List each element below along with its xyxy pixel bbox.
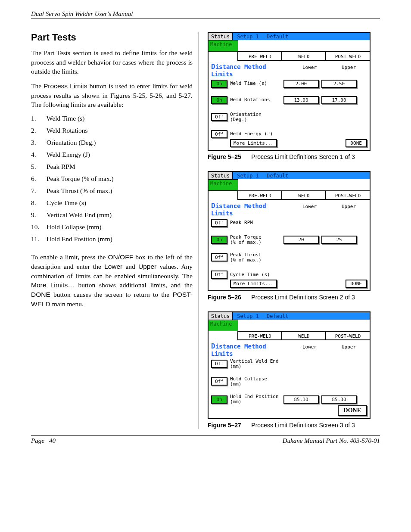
default-label: Default <box>259 34 289 40</box>
limit-label: Weld Rotations <box>230 97 281 103</box>
limits-list-item: Hold End Position (mm) <box>31 235 193 243</box>
limit-label: Hold End Position(mm) <box>230 394 281 404</box>
limits-list-item: Vertical Weld End (mm) <box>31 211 193 219</box>
toggle-button[interactable]: Off <box>211 271 227 279</box>
limits-list-item: Weld Rotations <box>31 127 193 134</box>
more-limits-button[interactable]: More Limits... <box>230 139 277 147</box>
toggle-button[interactable]: Off <box>211 377 227 386</box>
limit-row: OnWeld Time (s)2.002.50 <box>211 79 367 88</box>
figure-caption-2: Figure 5–26 Process Limit Definitions Sc… <box>208 294 380 301</box>
hmi-screen: StatusSetup 1DefaultMachinePRE-WELDWELDP… <box>208 171 371 291</box>
section-title: Part Tests <box>31 32 193 43</box>
toggle-button[interactable]: On <box>211 395 227 404</box>
tab-weld[interactable]: WELD <box>281 51 326 61</box>
tab-pre-weld[interactable]: PRE-WELD <box>237 190 282 200</box>
process-limits-term: Process Limits <box>44 82 87 90</box>
limit-label: Hold Collapse(mm) <box>230 376 281 386</box>
limits-list-item: Orientation (Deg.) <box>31 139 193 146</box>
footer-manual-no: Dukane Manual Part No. 403-570-01 <box>283 437 380 445</box>
toggle-button[interactable]: On <box>211 80 227 88</box>
upper-header: Upper <box>330 65 367 70</box>
para-1: The Part Tests section is used to define… <box>31 48 193 76</box>
inline-text: To enable a limit, press the <box>31 253 108 261</box>
toggle-button[interactable]: Off <box>211 253 227 261</box>
lower-value[interactable]: 13.00 <box>283 96 319 104</box>
hmi-machinebar: Machine <box>209 320 370 331</box>
hmi-topbar: StatusSetup 1Default <box>209 312 370 320</box>
done-button[interactable]: DONE <box>346 139 367 147</box>
para-2a: The <box>31 82 44 90</box>
tab-post-weld[interactable]: POST-WELD <box>325 331 370 340</box>
lower-value[interactable]: 20 <box>283 236 319 244</box>
limit-label: Weld Energy (J) <box>230 131 281 137</box>
toggle-button[interactable]: On <box>211 96 227 104</box>
limits-list-item: Hold Collapse (mm) <box>31 223 193 231</box>
limit-label: Cycle Time (s) <box>230 272 281 277</box>
page-footer: Page 40 Dukane Manual Part No. 403-570-0… <box>31 435 380 445</box>
upper-value[interactable]: 85.30 <box>321 395 357 404</box>
inline-term: ON/OFF <box>108 253 134 261</box>
tab-post-weld[interactable]: POST-WELD <box>325 51 370 61</box>
tab-pre-weld[interactable]: PRE-WELD <box>237 331 282 340</box>
done-button[interactable]: DONE <box>346 280 367 288</box>
upper-value[interactable]: 2.50 <box>321 80 357 88</box>
inline-text: button causes the screen to return to th… <box>50 291 173 298</box>
upper-header: Upper <box>330 204 367 209</box>
upper-value[interactable]: 17.00 <box>321 96 357 104</box>
limit-row: OffPeak RPM <box>211 218 367 227</box>
limit-row: OffHold Collapse(mm) <box>211 376 367 386</box>
lower-header: Lower <box>291 65 328 70</box>
left-column: Part Tests The Part Tests section is use… <box>31 32 199 429</box>
machine-rest <box>238 320 370 331</box>
machine-tab[interactable]: Machine <box>209 179 238 190</box>
right-column: StatusSetup 1DefaultMachinePRE-WELDWELDP… <box>208 32 380 429</box>
limits-list-item: Weld Time (s) <box>31 115 193 122</box>
tab-weld[interactable]: WELD <box>281 331 326 340</box>
hmi-heading: Distance Method LimitsLowerUpper <box>211 62 367 78</box>
hmi-title-cap: D <box>211 202 215 210</box>
limit-row: OnWeld Rotations13.0017.00 <box>211 96 367 104</box>
toggle-button[interactable]: On <box>211 236 227 244</box>
setup-label: Setup 1 <box>233 34 259 40</box>
upper-value[interactable]: 25 <box>321 236 357 244</box>
limit-label: Peak Thrust(% of max.) <box>230 252 281 262</box>
inline-term: More Limits… <box>31 281 75 289</box>
hmi-screen: StatusSetup 1DefaultMachinePRE-WELDWELDP… <box>208 32 371 151</box>
inline-term: Lower <box>104 263 122 270</box>
limits-list-item: Peak RPM <box>31 163 193 171</box>
status-tab[interactable]: Status <box>209 172 233 179</box>
setup-label: Setup 1 <box>233 313 259 319</box>
toggle-button[interactable]: Off <box>211 219 227 227</box>
default-label: Default <box>259 313 289 319</box>
machine-tab[interactable]: Machine <box>209 320 238 331</box>
tab-weld[interactable]: WELD <box>281 190 326 200</box>
toggle-button[interactable]: Off <box>211 113 227 121</box>
limit-label: Weld Time (s) <box>230 81 281 86</box>
limit-row: OffWeld Energy (J) <box>211 130 367 138</box>
upper-header: Upper <box>330 344 367 350</box>
machine-tab[interactable]: Machine <box>209 40 238 51</box>
lower-value[interactable]: 85.10 <box>283 395 319 404</box>
hmi-title: Distance Method Limits <box>211 62 289 78</box>
hmi-heading: Distance Method LimitsLowerUpper <box>211 202 367 217</box>
figure-caption-3: Figure 5–27 Process Limit Definitions Sc… <box>208 422 380 429</box>
hmi-body: Distance Method LimitsLowerUpperOnWeld T… <box>209 61 370 150</box>
lower-value[interactable]: 2.00 <box>283 80 319 88</box>
machine-rest <box>238 179 370 190</box>
more-limits-button[interactable]: More Limits... <box>230 280 277 288</box>
para-3: To enable a limit, press the ON/OFF box … <box>31 252 193 308</box>
hmi-footer: More Limits...DONE <box>211 280 367 288</box>
hmi-tabs: PRE-WELDWELDPOST-WELD <box>209 51 370 61</box>
tab-post-weld[interactable]: POST-WELD <box>325 190 370 200</box>
limit-label: Peak Torque(% of max.) <box>230 235 281 245</box>
status-tab[interactable]: Status <box>209 33 233 40</box>
hmi-topbar: StatusSetup 1Default <box>209 172 370 179</box>
hmi-title-cap: D <box>211 62 215 71</box>
done-button[interactable]: DONE <box>338 405 367 416</box>
setup-label: Setup 1 <box>233 173 259 179</box>
toggle-button[interactable]: Off <box>211 130 227 138</box>
status-tab[interactable]: Status <box>209 312 233 320</box>
hmi-body: Distance Method LimitsLowerUpperOffPeak … <box>209 200 370 290</box>
toggle-button[interactable]: Off <box>211 360 227 368</box>
tab-pre-weld[interactable]: PRE-WELD <box>237 51 282 61</box>
